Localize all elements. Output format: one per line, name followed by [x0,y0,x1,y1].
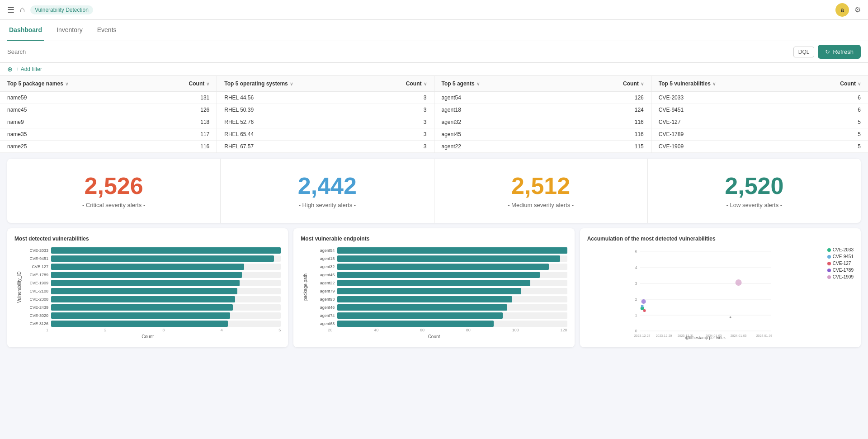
filter-bar: ⊕ + Add filter [0,63,868,76]
bar-row: CVE-3020 [24,312,281,319]
avatar[interactable]: a [835,3,849,17]
table-row[interactable]: agent45116 [434,128,651,141]
endpoints-chart-title: Most vulnerable endpoints [301,236,567,242]
vuln-y-label: Vulnerability_ID [14,247,24,327]
top-tables: Top 5 package names ∨ Count ∨ name59131n… [0,76,868,153]
table-title-1: Top 5 operating systems ∨ [224,80,292,87]
svg-text:2024-01-05: 2024-01-05 [730,334,746,337]
bar-row: agent32 [310,264,567,270]
table-0: Top 5 package names ∨ Count ∨ name59131n… [0,76,217,153]
refresh-label: Refresh [833,48,854,55]
table-header-0: Top 5 package names ∨ Count ∨ [0,76,217,92]
count-sort-icon-1[interactable]: ∨ [424,81,427,86]
accum-legend: CVE-2033 CVE-9451 CVE-127 CVE-1789 CVE-1… [827,247,854,340]
metric-card-1: 2,442 - High severity alerts - [221,159,434,223]
metric-label-2: - Medium severity alerts - [442,202,640,208]
bar-row: CVE-9451 [24,255,281,262]
table-row[interactable]: RHEL 50.393 [217,104,434,116]
tab-dashboard[interactable]: Dashboard [7,20,44,41]
breadcrumb: Vulnerability Detection [30,5,93,14]
accum-svg: 5 4 3 2 1 0 2023-12-27 2023-12-29 2023-1… [587,247,824,338]
table-row[interactable]: name9118 [0,116,217,128]
svg-text:2024-01-07: 2024-01-07 [756,334,772,337]
svg-point-21 [641,299,646,304]
sort-icon-2[interactable]: ∨ [476,81,480,86]
table-row[interactable]: name59131 [0,92,217,104]
table-row[interactable]: RHEL 67.573 [217,141,434,153]
table-row[interactable]: RHEL 44.563 [217,92,434,104]
vuln-chart-panel: Most detected vulnerabilities Vulnerabil… [7,228,288,347]
count-sort-icon-2[interactable]: ∨ [641,81,644,86]
table-1: Top 5 operating systems ∨ Count ∨ RHEL 4… [217,76,434,153]
metric-value-3: 2,520 [655,173,854,199]
table-2: Top 5 agents ∨ Count ∨ agent54126agent18… [434,76,651,153]
accum-chart-panel: Accumulation of the most detected vulner… [580,228,861,347]
endpoints-bar-chart-bars: agent54 agent18 agent32 agent45 agent22 … [310,247,567,327]
bar-row: agent74 [310,312,567,319]
legend-dot [827,248,831,252]
table-row[interactable]: agent22115 [434,141,651,153]
metrics-row: 2,526 - Critical severity alerts - 2,442… [7,159,861,223]
bar-row: agent63 [310,321,567,327]
sort-icon-0[interactable]: ∨ [65,81,68,86]
table-header-2: Top 5 agents ∨ Count ∨ [434,76,651,92]
table-row[interactable]: agent32116 [434,116,651,128]
bar-row: agent79 [310,288,567,294]
count-sort-icon-0[interactable]: ∨ [206,81,209,86]
accum-chart-title: Accumulation of the most detected vulner… [587,236,854,242]
add-filter-button[interactable]: + Add filter [16,66,42,72]
sort-icon-3[interactable]: ∨ [712,81,716,86]
refresh-button[interactable]: ↻ Refresh [818,45,861,59]
count-sort-icon-3[interactable]: ∨ [858,81,861,86]
menu-icon[interactable]: ☰ [7,5,14,15]
svg-text:5: 5 [635,250,637,254]
legend-item: CVE-127 [827,261,854,266]
sort-icon-1[interactable]: ∨ [290,81,293,86]
table-3: Top 5 vulnerabilities ∨ Count ∨ CVE-2033… [651,76,868,153]
home-icon[interactable]: ⌂ [20,5,25,14]
table-row[interactable]: agent18124 [434,104,651,116]
table-row[interactable]: agent54126 [434,92,651,104]
charts-section: Most detected vulnerabilities Vulnerabil… [7,228,861,347]
filter-icon[interactable]: ⊕ [7,66,13,73]
svg-point-22 [735,279,741,286]
table-row[interactable]: CVE-1275 [651,116,868,128]
legend-item: CVE-9451 [827,254,854,259]
table-row[interactable]: CVE-17895 [651,128,868,141]
bar-row: CVE-2308 [24,296,281,302]
vuln-x-label: Count [14,334,281,339]
table-row[interactable]: name35117 [0,128,217,141]
bar-row: CVE-2108 [24,288,281,294]
table-title-2: Top 5 agents ∨ [442,80,480,87]
table-title-0: Top 5 package names ∨ [7,80,68,87]
table-row[interactable]: CVE-19095 [651,141,868,153]
svg-text:0: 0 [635,329,637,333]
bar-row: CVE-1789 [24,272,281,278]
metric-value-1: 2,442 [228,173,426,199]
table-row[interactable]: CVE-94516 [651,104,868,116]
table-row[interactable]: RHEL 65.443 [217,128,434,141]
metric-card-2: 2,512 - Medium severity alerts - [434,159,648,223]
settings-icon[interactable]: ⚙ [854,5,861,14]
bar-row: agent18 [310,255,567,262]
bar-row: CVE-2439 [24,304,281,311]
bar-row: agent54 [310,247,567,254]
legend-item: CVE-2033 [827,247,854,252]
tab-inventory[interactable]: Inventory [55,20,85,41]
metric-card-3: 2,520 - Low severity alerts - [648,159,861,223]
topbar: ☰ ⌂ Vulnerability Detection a ⚙ [0,0,868,20]
legend-item: CVE-1789 [827,268,854,273]
table-row[interactable]: RHEL 52.763 [217,116,434,128]
table-row[interactable]: name25116 [0,141,217,153]
search-input[interactable] [7,48,790,55]
refresh-icon: ↻ [825,48,830,55]
metric-value-0: 2,526 [14,173,213,199]
metric-card-0: 2,526 - Critical severity alerts - [7,159,221,223]
dql-button[interactable]: DQL [793,47,815,57]
svg-text:2023-12-29: 2023-12-29 [656,334,672,337]
table-row[interactable]: name45126 [0,104,217,116]
table-row[interactable]: CVE-20336 [651,92,868,104]
tab-events[interactable]: Events [95,20,118,41]
metric-label-1: - High severity alerts - [228,202,426,208]
endpoints-x-label: Count [301,334,567,339]
